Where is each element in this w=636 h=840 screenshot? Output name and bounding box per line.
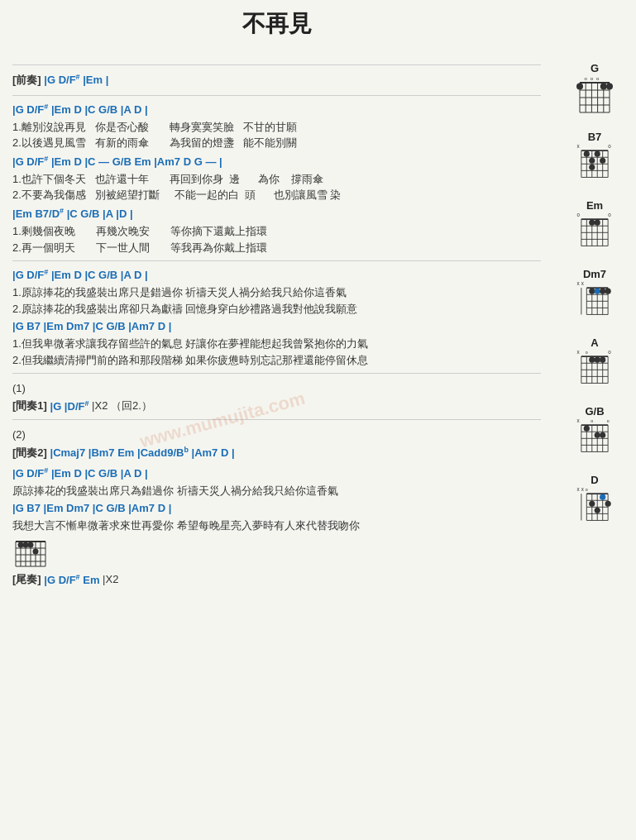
chord-gb: G/B x o <box>557 405 632 462</box>
chord-b7: B7 x o <box>557 131 632 188</box>
svg-point-117 <box>605 501 611 507</box>
svg-text:o: o <box>576 213 580 217</box>
v1l3b: 2.再一個明天 下一世人間 等我再為你戴上指環 <box>12 240 541 256</box>
svg-text:o: o <box>591 419 593 423</box>
verse1-block2: |G D/F# |Em D |C — G/B Em |Am7 D G — | 1… <box>12 153 541 203</box>
v1l1b: 2.以後遇見風雪 有新的雨傘 為我留的燈盞 能不能別關 <box>12 135 541 151</box>
inline-chord-df-sharp <box>12 537 49 570</box>
svg-point-98 <box>600 432 605 438</box>
cl1a: 1.原諒捧花的我盛裝出席只是錯過你 祈禱天災人禍分給我只給你這香氣 <box>12 284 541 301</box>
outro-l2: 我想大言不慚卑微著求來世再愛你 希望每晚星亮入夢時有人來代替我吻你 <box>12 518 541 534</box>
svg-point-132 <box>23 542 29 548</box>
divider-4 <box>12 419 541 420</box>
chord-g: G <box>557 62 632 119</box>
cl1b: 2.原諒捧花的我盛裝出席卻只為獻禱 回憶身穿白紗禮路過我對他說我願意 <box>12 301 541 317</box>
svg-point-134 <box>33 549 39 555</box>
chorus-block2: |G B7 |Em Dm7 |C G/B |Am7 D | 1.但我卑微著求讓我… <box>12 318 541 368</box>
svg-text:o: o <box>607 419 610 423</box>
svg-text:o: o <box>586 488 588 492</box>
svg-text:x: x <box>576 145 580 149</box>
svg-text:x: x <box>581 282 585 286</box>
svg-point-116 <box>600 494 605 500</box>
svg-text:o: o <box>608 213 611 217</box>
svg-point-34 <box>589 165 595 170</box>
svg-text:x: x <box>581 488 585 492</box>
verse1-block3: |Em B7/D# |C G/B |A |D | 1.剩幾個夜晚 再幾次晚安 等… <box>12 205 541 255</box>
page: G <box>0 0 636 840</box>
cl2b: 2.但我繼續清掃門前的路和那段階梯 如果你疲憊時別忘記那裡還能停留休息 <box>12 352 541 369</box>
prelude-section: [前奏] |G D/F# |Em | <box>12 70 541 90</box>
svg-text:x: x <box>576 282 580 286</box>
prelude-label: [前奏] <box>12 74 44 86</box>
svg-point-13 <box>606 84 613 90</box>
divider-3 <box>12 373 541 374</box>
svg-text:o: o <box>608 351 611 355</box>
divider-top <box>12 64 541 65</box>
svg-point-31 <box>595 151 600 157</box>
svg-point-49 <box>595 220 600 226</box>
svg-text:x: x <box>576 488 580 492</box>
content-area: 不再見 [前奏] |G D/F# |Em | |G D/F# |Em D |C … <box>12 8 541 588</box>
svg-text:o: o <box>585 76 588 81</box>
svg-text:x: x <box>576 351 580 355</box>
svg-text:o: o <box>591 76 594 81</box>
svg-point-64 <box>595 289 600 294</box>
header-area: 不再見 <box>12 8 541 58</box>
svg-point-80 <box>589 357 595 363</box>
svg-point-32 <box>589 158 595 164</box>
interlude1-section: (1) [間奏1] |G |D/F# |X2 （回2.） <box>12 379 541 414</box>
svg-point-48 <box>589 220 595 226</box>
v1l3a: 1.剩幾個夜晚 再幾次晚安 等你摘下還戴上指環 <box>12 223 541 240</box>
outro-verse2: |G B7 |Em Dm7 |C G/B |Am7 D | 我想大言不慚卑微著求… <box>12 500 541 533</box>
chord-a: A x o <box>557 336 632 394</box>
interlude2-section: (2) [間奏2] |Cmaj7 |Bm7 Em |Cadd9/Bb |Am7 … <box>12 425 541 461</box>
svg-point-82 <box>600 357 605 363</box>
v1l2b: 2.不要為我傷感 別被絕望打斷 不能一起的白 頭 也別讓風雪 染 <box>12 187 541 203</box>
svg-point-12 <box>600 84 607 90</box>
svg-point-115 <box>589 501 595 507</box>
svg-point-96 <box>584 426 590 432</box>
svg-point-30 <box>584 151 590 157</box>
svg-point-33 <box>600 158 605 164</box>
svg-point-11 <box>576 84 583 90</box>
divider-2 <box>12 260 541 261</box>
svg-text:o: o <box>586 351 588 355</box>
svg-point-63 <box>589 289 595 294</box>
svg-text:o: o <box>608 145 611 149</box>
svg-text:x: x <box>576 419 580 423</box>
svg-point-66 <box>605 289 611 294</box>
chord-dm7: Dm7 x x <box>557 268 632 325</box>
outro-end-section: [尾奏] |G D/F# Em |X2 <box>12 537 541 588</box>
prelude-chords: |G D/F# |Em | <box>44 74 108 86</box>
svg-point-97 <box>595 432 600 438</box>
divider-1 <box>12 95 541 96</box>
v1l2a: 1.也許下個冬天 也許還十年 再回到你身 邊 為你 撐雨傘 <box>12 171 541 188</box>
chorus-block1: |G D/F# |Em D |C G/B |A D | 1.原諒捧花的我盛裝出席… <box>12 266 541 317</box>
v1l1a: 1.離別沒說再見 你是否心酸 轉身寞寞笑臉 不甘的甘願 <box>12 119 541 136</box>
svg-point-118 <box>595 508 600 513</box>
verse1-block1: |G D/F# |Em D |C G/B |A D | 1.離別沒說再見 你是否… <box>12 101 541 151</box>
svg-point-65 <box>600 289 605 294</box>
song-title: 不再見 <box>242 8 312 40</box>
svg-point-133 <box>28 542 34 548</box>
chord-em: Em o o <box>557 199 632 256</box>
chord-diagrams: G <box>557 62 632 534</box>
outro-verse: |G D/F# |Em D |C G/B |A D | 原諒捧花的我盛裝出席只為… <box>12 464 541 499</box>
chord-d: D x x o <box>557 474 632 531</box>
svg-point-81 <box>595 357 600 363</box>
svg-text:o: o <box>596 76 600 81</box>
outro-l1: 原諒捧花的我盛裝出席只為錯過你 祈禱天災人禍分給我只給你這香氣 <box>12 483 541 499</box>
cl2a: 1.但我卑微著求讓我存留些許的氣息 好讓你在夢裡能想起我曾緊抱你的力氣 <box>12 336 541 352</box>
svg-point-131 <box>18 542 24 548</box>
